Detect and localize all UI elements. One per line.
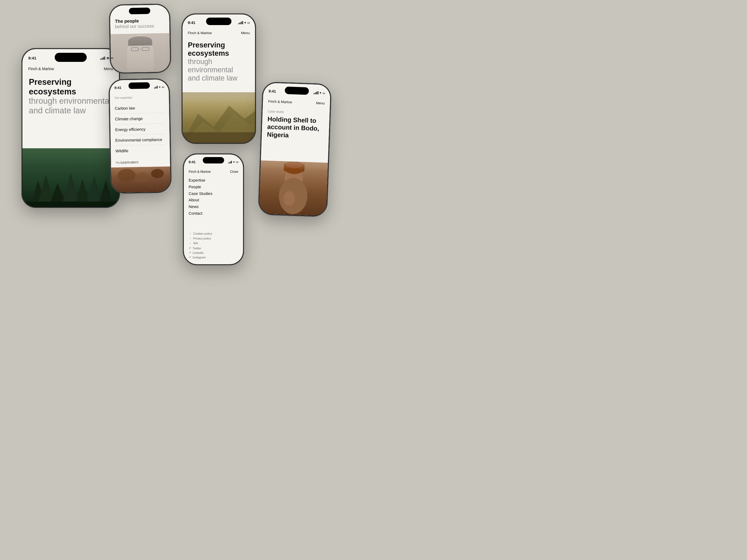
nav-menu-btn-4[interactable]: Menu xyxy=(241,31,250,35)
battery-icon-4: ▭ xyxy=(247,21,250,24)
hero-subtitle-l1-4: through environmental xyxy=(188,58,250,74)
footer-links-5: → Cookies policy → Privacy policy → 404 xyxy=(189,231,238,246)
privacy-text-5: Privacy policy xyxy=(193,237,211,240)
svg-point-9 xyxy=(134,172,150,183)
signal-icon-3 xyxy=(154,85,158,88)
content-6: Case study Holding Shell to account in B… xyxy=(259,106,330,216)
arrow-privacy-icon: → xyxy=(189,237,191,240)
svg-rect-7 xyxy=(22,202,119,207)
nav-bar-1: Finch & Marlow Menu xyxy=(22,64,119,74)
menu-item-people-5[interactable]: People xyxy=(189,184,238,190)
phone-5: 9:41 ▾ ▭ Finch & Marlow Close Exp xyxy=(183,153,244,265)
status-icons-4: ▾ ▭ xyxy=(238,21,250,25)
nav-bar-4: Finch & Marlow Menu xyxy=(182,28,255,37)
forest-image-1 xyxy=(22,148,119,207)
wifi-icon-5: ▾ xyxy=(233,161,234,163)
hero-title-1: Preserving ecosystems xyxy=(29,77,112,96)
linkedin-text-5: LinkedIn xyxy=(192,251,204,255)
secondary-menu-5: About News Contact xyxy=(189,196,238,216)
people-header-2: The people behind our success xyxy=(110,15,170,32)
person-image-2 xyxy=(110,33,170,73)
status-time-4: 9:41 xyxy=(188,21,195,25)
bottom-image-3 xyxy=(111,166,171,193)
signal-icon-1 xyxy=(100,56,105,60)
social-instagram-5[interactable]: ↗ Instagram xyxy=(189,255,238,260)
recent-work-label-3: Recent work xyxy=(116,160,135,164)
footer-404-5[interactable]: → 404 xyxy=(189,241,238,246)
menu-item-expertise-5[interactable]: Expertise xyxy=(189,177,238,184)
social-links-5: ↗ Twitter ↗ LinkedIn ↗ Instagram xyxy=(189,246,238,260)
signal-icon-4 xyxy=(238,21,243,24)
wifi-icon-1: ⊜ xyxy=(106,56,109,60)
dynamic-island-4 xyxy=(206,18,232,25)
phone-1: 9:41 ⊜ ▭ Finch & Marlow Menu xyxy=(21,48,120,208)
hero-subtitle-l2-4: and climate law xyxy=(188,74,250,82)
expertise-item-climate[interactable]: Climate change xyxy=(115,113,165,124)
status-icons-6: ▾ ▭ xyxy=(313,91,325,95)
phone-4: 9:41 ▾ ▭ Finch & Marlow Menu xyxy=(181,14,256,144)
phone-6: 9:41 ▾ ▭ Finch & Marlow Menu xyxy=(258,82,332,217)
wifi-icon-3: ▾ xyxy=(159,85,160,88)
signal-icon-5 xyxy=(228,160,232,163)
footer-cookies-5[interactable]: → Cookies policy xyxy=(189,231,238,236)
menu-item-casestudies-5[interactable]: Case Studies xyxy=(189,190,238,197)
menu-item-news-5[interactable]: News xyxy=(189,203,238,210)
dynamic-island-2 xyxy=(129,7,150,14)
phone-3: 9:41 ▾ ▭ Our expertise Carbon law Climat… xyxy=(108,78,172,194)
arrow-404-icon: → xyxy=(189,242,191,245)
expertise-section-3: Our expertise Carbon law Climate change … xyxy=(110,92,170,167)
expertise-item-env[interactable]: Environmental compliance xyxy=(115,134,165,145)
primary-menu-5: Expertise People Case Studies xyxy=(189,177,238,197)
menu-item-contact-5[interactable]: Contact xyxy=(189,210,238,216)
arrow-twitter-icon: ↗ xyxy=(189,246,191,250)
status-icons-5: ▾ ▭ xyxy=(228,160,238,163)
dynamic-island-1 xyxy=(55,53,87,62)
svg-point-8 xyxy=(118,169,135,182)
status-time-6: 9:41 xyxy=(268,89,276,93)
signal-icon-6 xyxy=(313,91,318,95)
mountain-image-4 xyxy=(182,92,255,143)
nav-logo-4: Finch & Marlow xyxy=(188,31,212,35)
battery-icon-1: ▭ xyxy=(110,56,113,60)
expertise-label-3: Our expertise xyxy=(114,95,164,99)
status-time-3: 9:41 xyxy=(114,86,121,89)
expertise-item-carbon[interactable]: Carbon law xyxy=(115,102,164,114)
hero-subtitle-line1-1: through environmental xyxy=(29,96,112,106)
twitter-text-5: Twitter xyxy=(192,247,201,250)
battery-icon-5: ▭ xyxy=(236,161,238,163)
nav-logo-1: Finch & Marlow xyxy=(28,67,54,71)
people-subtitle-2: behind our success xyxy=(115,24,164,30)
footer-privacy-5[interactable]: → Privacy policy xyxy=(189,236,238,241)
cookies-text-5: Cookies policy xyxy=(193,232,212,235)
status-icons-1: ⊜ ▭ xyxy=(100,56,113,60)
menu-item-about-5[interactable]: About xyxy=(189,196,238,203)
expertise-item-wildlife[interactable]: Wildlife xyxy=(115,145,165,156)
battery-icon-6: ▭ xyxy=(323,91,325,95)
nav-close-bar-5: Finch & Marlow Close xyxy=(184,167,243,176)
content-4: Preserving ecosystems through environmen… xyxy=(182,37,255,143)
404-text-5: 404 xyxy=(193,242,198,245)
instagram-text-5: Instagram xyxy=(192,256,206,259)
status-time-5: 9:41 xyxy=(189,160,196,164)
nav-close-btn-5[interactable]: Close xyxy=(230,170,238,174)
svg-point-10 xyxy=(151,169,164,179)
status-time-1: 9:41 xyxy=(28,56,36,60)
battery-icon-3: ▭ xyxy=(162,85,164,88)
svg-rect-13 xyxy=(182,132,255,143)
social-linkedin-5[interactable]: ↗ LinkedIn xyxy=(189,250,238,255)
dynamic-island-6 xyxy=(285,87,309,95)
arrow-linkedin-icon: ↗ xyxy=(189,251,191,255)
dynamic-island-3 xyxy=(128,82,150,89)
status-icons-3: ▾ ▭ xyxy=(154,85,164,88)
expertise-item-energy[interactable]: Energy efficiency xyxy=(115,124,165,135)
nav-logo-5: Finch & Marlow xyxy=(189,170,211,174)
hero-title-4: Preserving ecosystems xyxy=(188,41,250,58)
social-twitter-5[interactable]: ↗ Twitter xyxy=(189,246,238,250)
arrow-cookies-icon: → xyxy=(189,232,191,235)
dynamic-island-5 xyxy=(203,157,224,163)
nav-menu-btn-1[interactable]: Menu xyxy=(104,67,113,71)
nav-logo-6: Finch & Marlow xyxy=(268,99,292,104)
nav-menu-btn-6[interactable]: Menu xyxy=(316,101,325,105)
case-label-6: Case study xyxy=(268,109,325,115)
wifi-icon-6: ▾ xyxy=(319,91,321,95)
